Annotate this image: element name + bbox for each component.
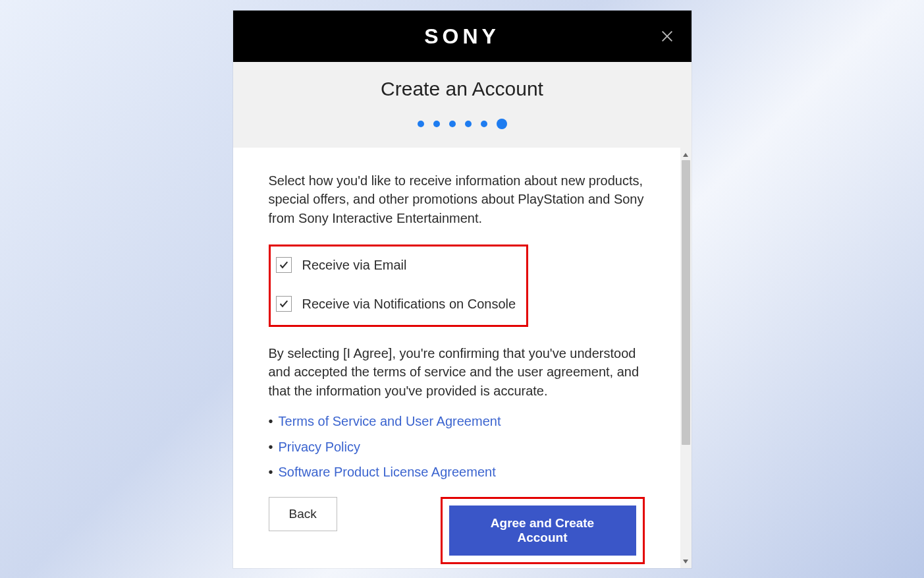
notification-checkbox-group: Receive via Email Receive via Notificati… (269, 245, 529, 327)
step-dot (465, 121, 472, 127)
page-title: Create an Account (233, 78, 692, 100)
modal-subheader: Create an Account (233, 62, 692, 148)
checkbox-console-label: Receive via Notifications on Console (302, 295, 516, 313)
step-dot (481, 121, 487, 127)
link-privacy-policy[interactable]: Privacy Policy (279, 438, 360, 456)
list-item: Privacy Policy (269, 438, 645, 456)
primary-button-highlight: Agree and Create Account (441, 497, 645, 564)
list-item: Software Product License Agreement (269, 463, 645, 481)
step-dot (433, 121, 440, 127)
content-wrap: Select how you'd like to receive informa… (233, 148, 692, 568)
sony-logo: SONY (424, 24, 500, 49)
close-icon (660, 29, 674, 43)
create-account-modal: SONY Create an Account Select how you'd … (233, 11, 692, 568)
modal-content: Select how you'd like to receive informa… (233, 148, 680, 568)
close-button[interactable] (657, 26, 677, 46)
link-terms-of-service[interactable]: Terms of Service and User Agreement (279, 412, 501, 430)
svg-marker-3 (683, 560, 688, 564)
checkbox-row-email: Receive via Email (276, 256, 516, 274)
checkbox-console[interactable] (276, 296, 292, 312)
step-dot (418, 121, 424, 127)
vertical-scrollbar[interactable] (680, 148, 692, 568)
step-dot (449, 121, 456, 127)
link-software-license[interactable]: Software Product License Agreement (279, 463, 496, 481)
checkmark-icon (279, 260, 289, 270)
scrollbar-track[interactable] (680, 160, 692, 556)
scrollbar-up-button[interactable] (680, 149, 692, 160)
back-button[interactable]: Back (269, 497, 337, 531)
scrollbar-down-button[interactable] (680, 556, 692, 567)
modal-header: SONY (233, 11, 692, 62)
checkbox-row-console: Receive via Notifications on Console (276, 295, 516, 313)
legal-links-list: Terms of Service and User Agreement Priv… (269, 412, 645, 481)
button-row: Back Agree and Create Account (269, 497, 645, 564)
svg-marker-2 (683, 153, 688, 157)
agreement-text: By selecting [I Agree], you're confirmin… (269, 344, 645, 400)
step-dot-active (497, 119, 507, 129)
agree-create-account-button[interactable]: Agree and Create Account (449, 506, 636, 556)
checkbox-email[interactable] (276, 257, 292, 273)
list-item: Terms of Service and User Agreement (269, 412, 645, 430)
intro-text: Select how you'd like to receive informa… (269, 171, 645, 227)
step-indicator (233, 119, 692, 129)
chevron-up-icon (682, 152, 689, 158)
scrollbar-thumb[interactable] (682, 160, 690, 445)
chevron-down-icon (682, 558, 689, 565)
checkbox-email-label: Receive via Email (302, 256, 407, 274)
checkmark-icon (279, 299, 289, 309)
